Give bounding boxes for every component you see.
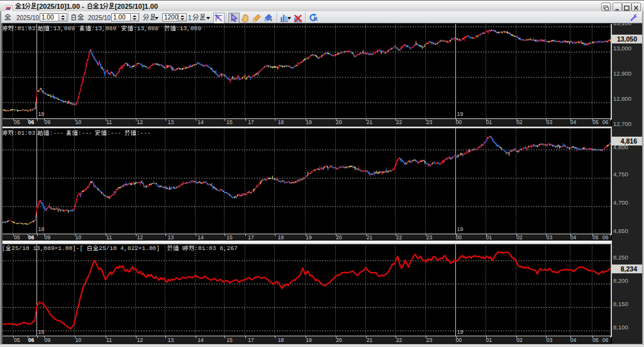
svg-text:[2025/10]1.00 -: [2025/10]1.00 - [37, 3, 85, 10]
svg-text::13,089: :13,089 [91, 25, 116, 32]
svg-text::01:03: :01:03 [14, 25, 36, 32]
svg-text:19: 19 [457, 111, 464, 117]
svg-text:18: 18 [38, 226, 45, 232]
svg-text:18: 18 [38, 111, 45, 117]
svg-text::---: :--- [136, 130, 151, 137]
svg-text:25/10 4,822×1.00]: 25/10 4,822×1.00] [99, 245, 160, 252]
svg-text:25/10 13,089×1.00]-[: 25/10 13,089×1.00]-[ [11, 245, 83, 252]
svg-text::13,088: :13,088 [133, 25, 158, 32]
svg-text:1: 1 [99, 3, 103, 10]
svg-text:1: 1 [21, 3, 25, 10]
svg-text:18: 18 [38, 329, 45, 335]
svg-text:19: 19 [457, 329, 464, 335]
svg-text::---: :--- [78, 130, 92, 137]
svg-text:[2025/10]1.00: [2025/10]1.00 [115, 3, 158, 10]
svg-text::---: :--- [107, 130, 121, 137]
svg-text:R: R [313, 15, 317, 21]
svg-text::01:03 8,267: :01:03 8,267 [194, 245, 237, 252]
svg-text::01:03: :01:03 [14, 130, 36, 137]
svg-text:19: 19 [457, 226, 464, 232]
svg-text::---: :--- [50, 130, 64, 137]
svg-text::13,089: :13,089 [176, 25, 201, 32]
svg-text::13,089: :13,089 [50, 25, 75, 32]
svg-text:[: [ [3, 245, 6, 252]
